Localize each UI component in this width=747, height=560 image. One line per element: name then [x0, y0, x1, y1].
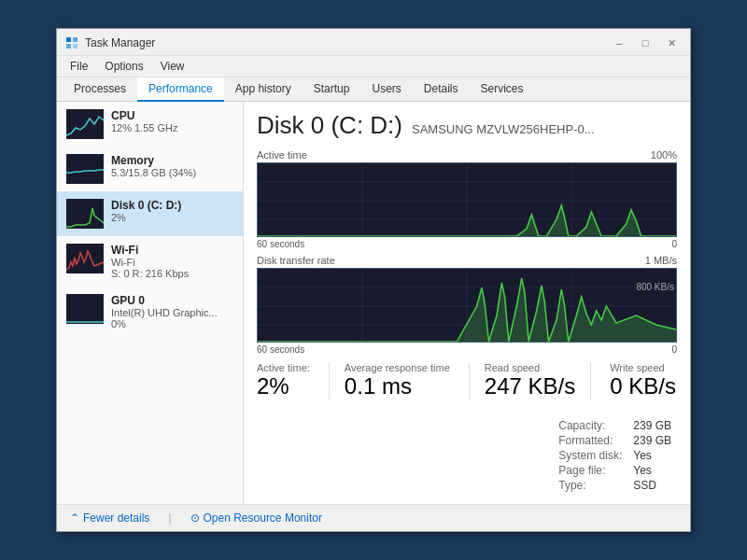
disk-thumbnail	[66, 199, 104, 229]
write-speed-value: 0 KB/s	[610, 373, 676, 399]
page-file-value: Yes	[627, 463, 677, 478]
page-file-label: Page file:	[553, 463, 627, 478]
active-time-stat-value: 2%	[257, 373, 310, 399]
menu-view[interactable]: View	[153, 58, 192, 75]
read-speed-stat: Read speed 247 KB/s	[469, 362, 591, 399]
gpu-info: GPU 0 Intel(R) UHD Graphic... 0%	[111, 294, 233, 329]
svg-rect-2	[66, 44, 71, 49]
active-time-zero: 0	[671, 239, 677, 249]
type-label: Type:	[553, 478, 627, 493]
footer-separator: |	[168, 511, 171, 525]
sidebar-item-wifi[interactable]: Wi-Fi Wi-Fi S: 0 R: 216 Kbps	[57, 236, 243, 287]
tab-details[interactable]: Details	[413, 77, 470, 102]
disk-detail: 2%	[111, 212, 233, 223]
memory-thumbnail	[66, 154, 104, 184]
write-speed-stat: Write speed 0 KB/s	[610, 362, 676, 399]
avg-response-label: Average response time	[345, 362, 450, 373]
gpu-detail1: Intel(R) UHD Graphic...	[111, 307, 233, 318]
avg-response-stat: Average response time 0.1 ms	[329, 362, 450, 399]
transfer-rate-label-row: Disk transfer rate 1 MB/s	[257, 255, 677, 266]
main-panel: Disk 0 (C: D:) SAMSUNG MZVLW256HEHP-0...…	[244, 102, 690, 504]
system-disk-label: System disk:	[553, 448, 627, 463]
read-speed-label: Read speed	[485, 362, 575, 373]
window-controls: – □ ✕	[608, 35, 683, 51]
formatted-value: 239 GB	[627, 433, 677, 448]
tab-processes[interactable]: Processes	[63, 77, 137, 102]
transfer-rate-max: 1 MB/s	[645, 255, 677, 266]
memory-name: Memory	[111, 154, 233, 167]
resource-monitor-label: Open Resource Monitor	[204, 511, 322, 525]
gpu-detail2: 0%	[111, 318, 233, 329]
gpu-name: GPU 0	[111, 294, 233, 307]
maximize-button[interactable]: □	[634, 35, 656, 51]
sidebar-item-memory[interactable]: Memory 5.3/15.8 GB (34%)	[57, 147, 243, 191]
transfer-rate-mid-label: 800 KB/s	[636, 282, 674, 292]
disk-title-text: Disk 0 (C: D:)	[257, 111, 402, 140]
gpu-thumbnail	[66, 294, 104, 324]
resource-monitor-icon: ⊙	[190, 511, 200, 525]
active-time-value: 2%	[257, 373, 289, 399]
title-bar: Task Manager – □ ✕	[57, 29, 690, 56]
cpu-thumbnail	[66, 109, 104, 139]
disk-title-row: Disk 0 (C: D:) SAMSUNG MZVLW256HEHP-0...	[257, 111, 677, 140]
wifi-detail1: Wi-Fi	[111, 257, 233, 268]
menu-options[interactable]: Options	[97, 58, 150, 75]
close-button[interactable]: ✕	[660, 35, 683, 51]
tab-app-history[interactable]: App history	[224, 77, 303, 102]
wifi-detail2: S: 0 R: 216 Kbps	[111, 268, 233, 279]
memory-detail: 5.3/15.8 GB (34%)	[111, 167, 233, 178]
content-area: CPU 12% 1.55 GHz Memory 5.3/15.8 GB (34%…	[57, 102, 690, 504]
avg-response-value-row: 0.1 ms	[345, 373, 450, 399]
fewer-details-button[interactable]: ⌃ Fewer details	[66, 510, 153, 526]
cpu-info: CPU 12% 1.55 GHz	[111, 109, 233, 133]
minimize-button[interactable]: –	[608, 35, 630, 51]
transfer-rate-chart: 800 KB/s	[257, 268, 677, 343]
tab-bar: Processes Performance App history Startu…	[57, 77, 690, 102]
capacity-value: 239 GB	[627, 418, 677, 433]
active-time-bottom-label: 60 seconds 0	[257, 239, 677, 249]
active-time-stat-label: Active time:	[257, 362, 310, 373]
tab-performance[interactable]: Performance	[137, 77, 224, 102]
tab-users[interactable]: Users	[360, 77, 412, 102]
active-time-stat: Active time: 2%	[257, 362, 310, 399]
transfer-rate-label: Disk transfer rate	[257, 255, 335, 266]
menu-file[interactable]: File	[63, 58, 95, 75]
footer: ⌃ Fewer details | ⊙ Open Resource Monito…	[57, 504, 690, 531]
write-speed-label: Write speed	[610, 362, 676, 373]
app-icon	[64, 35, 79, 50]
transfer-rate-bottom-label: 60 seconds 0	[257, 344, 677, 355]
fewer-details-label: Fewer details	[83, 511, 149, 525]
transfer-time-label: 60 seconds	[257, 344, 304, 355]
wifi-name: Wi-Fi	[111, 244, 233, 257]
disk-info: Disk 0 (C: D:) 2%	[111, 199, 233, 223]
right-stats: Capacity: 239 GB Formatted: 239 GB Syste…	[553, 418, 677, 493]
memory-info: Memory 5.3/15.8 GB (34%)	[111, 154, 233, 178]
svg-rect-0	[66, 37, 71, 42]
task-manager-window: Task Manager – □ ✕ File Options View Pro…	[56, 28, 691, 532]
disk-name: Disk 0 (C: D:)	[111, 199, 233, 212]
capacity-label: Capacity:	[553, 418, 627, 433]
formatted-label: Formatted:	[553, 433, 627, 448]
sidebar-item-cpu[interactable]: CPU 12% 1.55 GHz	[57, 102, 243, 147]
active-time-label: Active time	[257, 149, 307, 161]
svg-rect-3	[73, 44, 78, 49]
transfer-rate-section: Disk transfer rate 1 MB/s 800 KB/s	[257, 255, 677, 355]
tab-startup[interactable]: Startup	[303, 77, 361, 102]
chevron-up-icon: ⌃	[70, 511, 79, 525]
active-time-max: 100%	[651, 149, 677, 161]
cpu-name: CPU	[111, 109, 233, 122]
transfer-zero: 0	[671, 344, 677, 355]
window-title: Task Manager	[85, 36, 155, 49]
sidebar-item-gpu[interactable]: GPU 0 Intel(R) UHD Graphic... 0%	[57, 287, 243, 337]
read-speed-value: 247 KB/s	[485, 373, 575, 399]
sidebar-item-disk[interactable]: Disk 0 (C: D:) 2%	[57, 191, 243, 236]
open-resource-monitor-button[interactable]: ⊙ Open Resource Monitor	[187, 510, 326, 526]
wifi-thumbnail	[66, 244, 104, 273]
active-time-section: Active time 100%	[257, 149, 677, 249]
type-value: SSD	[627, 478, 677, 493]
tab-services[interactable]: Services	[470, 77, 535, 102]
active-time-time-label: 60 seconds	[257, 239, 304, 249]
sidebar: CPU 12% 1.55 GHz Memory 5.3/15.8 GB (34%…	[57, 102, 244, 504]
disk-model: SAMSUNG MZVLW256HEHP-0...	[412, 122, 595, 136]
cpu-detail: 12% 1.55 GHz	[111, 122, 233, 133]
